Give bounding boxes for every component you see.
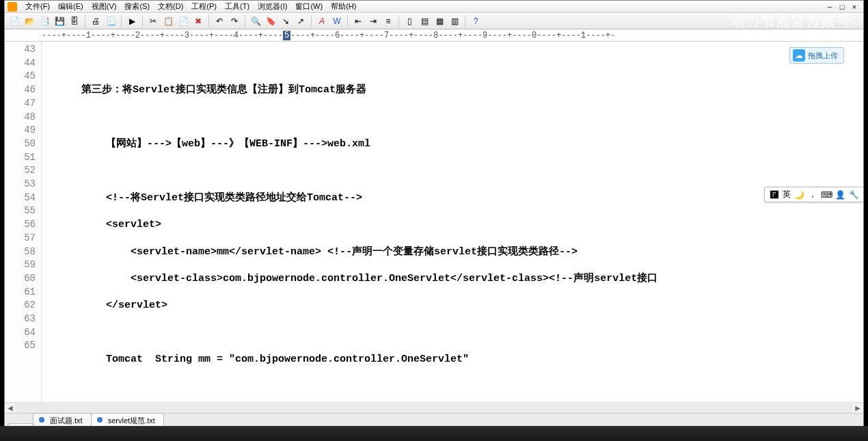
menu-search[interactable]: 搜索(S): [120, 0, 154, 13]
undo-icon[interactable]: ↶: [213, 14, 226, 28]
line-number: 55: [5, 204, 36, 218]
line-number: 61: [5, 286, 36, 299]
font-icon[interactable]: A: [315, 14, 329, 28]
app-launch-icon[interactable]: ▶: [125, 14, 139, 28]
separator: [465, 15, 465, 27]
separator: [208, 15, 209, 27]
line-number: 53: [5, 178, 36, 191]
line-number: 46: [5, 83, 36, 97]
help-icon[interactable]: ?: [469, 14, 483, 28]
menu-edit[interactable]: 编辑(E): [54, 0, 87, 13]
print-icon[interactable]: 🖨: [89, 14, 103, 28]
line-number: 47: [5, 97, 36, 111]
menu-document[interactable]: 文档(D): [154, 0, 187, 13]
separator: [347, 15, 348, 27]
code-line: 【网站】--->【web】---》【WEB-INF】--->web.xml: [44, 137, 860, 151]
separator: [245, 15, 245, 27]
goto-icon[interactable]: ↘: [279, 14, 293, 28]
print-preview-icon[interactable]: 📃: [104, 14, 118, 28]
close-button[interactable]: ×: [848, 3, 860, 11]
line-number: 43: [5, 43, 36, 57]
menu-project[interactable]: 工程(P): [187, 0, 221, 13]
upload-label: 拖拽上传: [808, 51, 838, 61]
jump-icon[interactable]: ↗: [294, 14, 308, 28]
code-content[interactable]: 第三步：将Servlet接口实现类信息【注册】到Tomcat服务器 【网站】--…: [42, 42, 863, 402]
delete-icon[interactable]: ✖: [191, 14, 205, 28]
comma-icon[interactable]: ，: [807, 189, 818, 200]
line-number: 58: [5, 245, 36, 259]
code-line: <servlet-class>com.bjpowernode.controlle…: [44, 272, 860, 286]
code-line: 第三步：将Servlet接口实现类信息【注册】到Tomcat服务器: [44, 83, 860, 97]
editor-area[interactable]: 4344454647484950515253545556575859606162…: [5, 42, 863, 402]
bookmark-icon[interactable]: 🔖: [264, 14, 277, 28]
keyboard-icon[interactable]: ⌨: [821, 189, 832, 200]
separator: [398, 15, 399, 27]
line-number: 44: [5, 57, 36, 70]
code-line: </servlet>: [44, 299, 860, 312]
maximize-button[interactable]: □: [836, 3, 848, 11]
find-icon[interactable]: 🔍: [249, 14, 262, 28]
toolbar: 📄 📂 📑 💾 🗄 🖨 📃 ▶ ✂ 📋 📄 ✖ ↶ ↷ 🔍 🔖 ↘ ↗ A W …: [5, 13, 863, 29]
close-file-icon[interactable]: 📑: [38, 14, 51, 28]
separator: [85, 15, 85, 27]
ime-lang[interactable]: 英: [783, 189, 791, 200]
line-number: 65: [5, 339, 36, 353]
menu-browser[interactable]: 浏览器(I): [254, 0, 291, 13]
code-line: [44, 326, 860, 340]
cut-icon[interactable]: ✂: [146, 14, 160, 28]
line-number: 45: [5, 70, 36, 83]
scroll-track[interactable]: [16, 403, 852, 413]
menu-tool[interactable]: 工具(T): [221, 0, 254, 13]
line-number-gutter: 4344454647484950515253545556575859606162…: [5, 42, 42, 402]
user-icon[interactable]: 👤: [835, 189, 845, 200]
upload-badge[interactable]: ☁ 拖拽上传: [789, 47, 844, 64]
window-cascade-icon[interactable]: ▤: [418, 14, 431, 28]
line-number: 64: [5, 326, 36, 340]
window-split-icon[interactable]: ▯: [403, 14, 416, 28]
paste-icon[interactable]: 📄: [176, 14, 190, 28]
ime-toolbar[interactable]: 🅿 英 🌙 ， ⌨ 👤 🔧: [764, 187, 863, 202]
open-file-icon[interactable]: 📂: [23, 14, 36, 28]
ruler: ----+----1----+----2----+----3----+----4…: [5, 29, 863, 42]
editor-window: 文件(F) 编辑(E) 视图(V) 搜索(S) 文档(D) 工程(P) 工具(T…: [4, 0, 864, 429]
copy-icon[interactable]: 📋: [161, 14, 175, 28]
indent-icon[interactable]: ⇥: [366, 14, 380, 28]
scroll-left-icon[interactable]: ◄: [5, 403, 16, 413]
minimize-button[interactable]: −: [824, 3, 836, 11]
outdent-icon[interactable]: ⇤: [351, 14, 365, 28]
save-all-icon[interactable]: 🗄: [68, 14, 81, 28]
window-controls: − □ ×: [824, 3, 860, 11]
code-line: Tomcat String mm = "com.bjpowernode.cont…: [44, 353, 860, 366]
align-icon[interactable]: ≡: [381, 14, 395, 28]
line-number: 54: [5, 191, 36, 205]
os-taskbar: [0, 426, 868, 441]
menu-file[interactable]: 文件(F): [21, 0, 54, 13]
code-line: [44, 164, 860, 178]
window-tile-icon[interactable]: ▦: [433, 14, 446, 28]
line-number: 49: [5, 124, 36, 137]
new-file-icon[interactable]: 📄: [8, 14, 21, 28]
line-number: 48: [5, 111, 36, 124]
app-icon: [8, 2, 17, 12]
settings-icon[interactable]: 🔧: [848, 189, 859, 200]
horizontal-scrollbar[interactable]: ◄ ►: [5, 402, 863, 413]
menu-window[interactable]: 窗口(W): [291, 0, 327, 13]
line-number: 52: [5, 164, 36, 178]
redo-icon[interactable]: ↷: [228, 14, 241, 28]
menu-view[interactable]: 视图(V): [87, 0, 121, 13]
line-number: 59: [5, 258, 36, 272]
window-list-icon[interactable]: ▥: [448, 14, 461, 28]
wrap-icon[interactable]: W: [330, 14, 344, 28]
code-line: [44, 111, 860, 124]
line-number: 51: [5, 151, 36, 165]
separator: [311, 15, 312, 27]
menu-help[interactable]: 帮助(H): [327, 0, 360, 13]
code-line: <servlet-name>mm</servlet-name> <!--声明一个…: [44, 245, 860, 259]
moon-icon[interactable]: 🌙: [794, 189, 804, 200]
line-number: 50: [5, 137, 36, 151]
line-number: 60: [5, 272, 36, 286]
save-icon[interactable]: 💾: [53, 14, 66, 28]
code-line: [44, 380, 860, 394]
code-line: [44, 57, 860, 70]
scroll-right-icon[interactable]: ►: [852, 403, 863, 413]
